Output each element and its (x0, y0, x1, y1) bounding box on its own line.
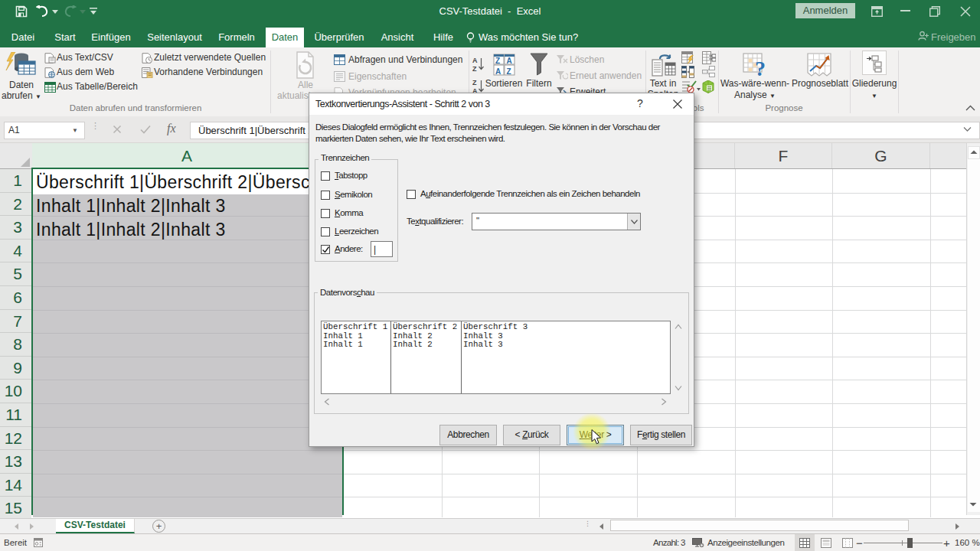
svg-text:?: ? (755, 57, 766, 77)
svg-text:A: A (472, 57, 478, 64)
svg-text:Z: Z (495, 57, 500, 65)
svg-text:Z: Z (507, 67, 511, 76)
svg-text:A: A (507, 57, 512, 65)
svg-text:Z: Z (472, 65, 477, 72)
svg-text:Z: Z (472, 79, 477, 86)
svg-text:A: A (495, 67, 501, 76)
